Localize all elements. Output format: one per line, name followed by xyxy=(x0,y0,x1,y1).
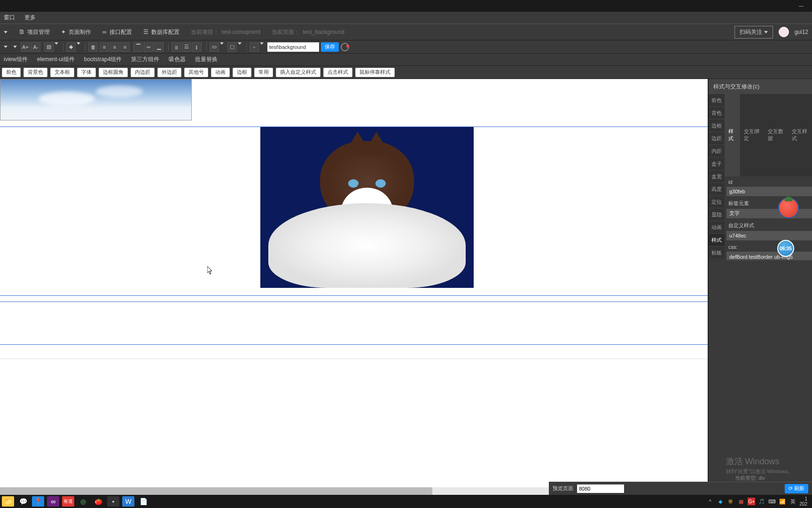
minimize-button[interactable]: ─ xyxy=(794,1,808,11)
tab-batchreplace[interactable]: 批量替换 xyxy=(195,56,218,64)
hoverstyle-button[interactable]: 鼠标停靠样式 xyxy=(355,68,395,77)
tag-input[interactable] xyxy=(726,209,812,218)
tray-ime-icon[interactable]: 英 xyxy=(789,498,796,505)
other-button[interactable]: 其他号 xyxy=(184,68,208,77)
textbox-button[interactable]: 文本框 xyxy=(50,68,74,77)
css-textarea[interactable] xyxy=(726,252,812,261)
side-tab-border[interactable]: 边框 xyxy=(709,119,725,132)
more-dropdown-icon[interactable] xyxy=(260,42,264,45)
port-input[interactable] xyxy=(577,484,624,493)
vscode-icon[interactable]: ∞ xyxy=(47,496,59,507)
toolbar-dropdown-2[interactable] xyxy=(13,46,17,48)
side-tab-fgcolor[interactable]: 前色 xyxy=(709,94,725,107)
fgcolor-button[interactable]: 前色 xyxy=(2,68,21,77)
side-tab-boxwidth[interactable]: 盒宽 xyxy=(709,170,725,183)
border-button[interactable]: 边框 xyxy=(233,68,251,77)
tray-music-icon[interactable]: 🎵 xyxy=(758,498,765,505)
top-tab-bind[interactable]: 交互绑定 xyxy=(740,94,764,176)
tab-thirdparty[interactable]: 第三方组件 xyxy=(131,56,159,64)
anim-button[interactable]: 动画 xyxy=(211,68,230,77)
text-decrease-button[interactable]: A- xyxy=(31,42,40,52)
customstyle-button[interactable]: 插入自定义样式 xyxy=(276,68,320,77)
side-tab-box[interactable]: 盒子 xyxy=(709,158,725,170)
notepad-icon[interactable]: 📄 xyxy=(137,496,149,507)
tray-wifi-icon[interactable]: 📶 xyxy=(779,498,786,505)
toolbar-dropdown-1[interactable] xyxy=(4,46,8,48)
valign-bottom-button[interactable]: ▁ xyxy=(154,42,164,52)
side-tab-visibility[interactable]: 显隐 xyxy=(709,208,725,221)
radius-button[interactable]: 边框圆角 xyxy=(99,68,128,77)
side-tab-position[interactable]: 定位 xyxy=(709,196,725,208)
distribute-3-button[interactable]: ⫿ xyxy=(192,42,202,52)
file-explorer-icon[interactable]: 📁 xyxy=(2,496,14,507)
tray-up-icon[interactable]: ^ xyxy=(706,498,714,505)
page-make-button[interactable]: ✦ 页面制作 xyxy=(61,28,91,36)
tomato-badge-icon[interactable] xyxy=(778,198,799,218)
path-input[interactable] xyxy=(267,42,319,52)
customstyle-input[interactable] xyxy=(726,231,812,240)
design-canvas[interactable] xyxy=(0,79,708,495)
layer-button[interactable]: ◆ xyxy=(66,42,76,52)
more-button[interactable]: ▫ xyxy=(250,42,259,52)
db-config-button[interactable]: ☰ 数据库配置 xyxy=(143,28,180,36)
device-dropdown-icon[interactable] xyxy=(238,42,242,45)
side-tab-animation[interactable]: 动画 xyxy=(709,221,725,234)
terminal-icon[interactable]: ▪ xyxy=(107,496,119,507)
distribute-h-button[interactable]: ⫼ xyxy=(172,42,181,52)
tray-keyboard-icon[interactable]: ⌨ xyxy=(768,498,776,505)
menu-more[interactable]: 更多 xyxy=(24,14,36,22)
api-config-button[interactable]: ∞ 接口配置 xyxy=(102,28,132,36)
tray-clock[interactable]: 1 202 xyxy=(799,496,807,507)
side-tab-clipboard[interactable]: 粘板 xyxy=(709,246,725,259)
text-increase-button[interactable]: A+ xyxy=(21,42,30,52)
record-icon[interactable] xyxy=(341,43,349,51)
bgcolor-button[interactable]: 背景色 xyxy=(23,68,47,77)
project-mgmt-button[interactable]: 🖺 项目管理 xyxy=(19,28,50,36)
tab-bootstrap[interactable]: bootstrap4组件 xyxy=(84,56,122,64)
tray-cpu-icon[interactable]: ▦ xyxy=(737,498,745,505)
wechat-icon[interactable]: 💬 xyxy=(17,496,29,507)
align-center-button[interactable]: ≡ xyxy=(110,42,119,52)
menu-window[interactable]: 窗口 xyxy=(4,14,15,22)
selected-empty-row[interactable] xyxy=(0,302,708,345)
side-tab-style[interactable]: 样式 xyxy=(709,234,725,246)
side-tab-padding[interactable]: 内距 xyxy=(709,145,725,158)
margin-button[interactable]: 外边距 xyxy=(157,68,181,77)
device-button[interactable]: ▢ xyxy=(227,42,237,52)
layout-dropdown-icon[interactable] xyxy=(220,42,224,45)
browser-icon[interactable]: ◎ xyxy=(77,496,89,507)
scan-qr-button[interactable]: 扫码关注 xyxy=(734,26,773,39)
dropdown-icon[interactable] xyxy=(4,31,8,33)
padding-button[interactable]: 内边距 xyxy=(131,68,155,77)
word-icon[interactable]: W xyxy=(122,496,134,507)
common-button[interactable]: 常用 xyxy=(254,68,273,77)
tab-element[interactable]: element-ui组件 xyxy=(37,56,75,64)
scrollbar-thumb[interactable] xyxy=(0,487,432,495)
tray-cube-icon[interactable]: ◆ xyxy=(717,498,724,505)
cat-image-element[interactable] xyxy=(260,127,474,288)
youdao-icon[interactable]: 有道 xyxy=(62,496,74,507)
top-tab-istyle[interactable]: 交互样式 xyxy=(788,94,812,176)
save-button[interactable]: 保存 xyxy=(321,42,339,52)
layer-dropdown-icon[interactable] xyxy=(77,42,80,45)
image-dropdown-icon[interactable] xyxy=(55,42,58,45)
maps-icon[interactable]: 📍 xyxy=(32,496,44,507)
id-input[interactable] xyxy=(726,187,812,196)
refresh-button[interactable]: ⟳ 刷新 xyxy=(785,484,808,493)
side-tab-margin[interactable]: 边距 xyxy=(709,132,725,145)
timer-badge[interactable]: 06:35 xyxy=(777,240,794,257)
tab-colorpicker[interactable]: 吸色器 xyxy=(169,56,186,64)
canvas-empty-row[interactable] xyxy=(0,349,708,359)
user-avatar[interactable] xyxy=(779,27,789,37)
valign-top-button[interactable]: ▔ xyxy=(133,42,143,52)
delete-button[interactable]: 🗑 xyxy=(88,42,98,52)
tray-shield-icon[interactable]: ⛨ xyxy=(727,498,734,505)
side-tab-bgcolor[interactable]: 背色 xyxy=(709,107,725,119)
side-tab-height[interactable]: 高度 xyxy=(709,183,725,196)
align-left-button[interactable]: ≡ xyxy=(100,42,109,52)
tray-plus-icon[interactable]: G+ xyxy=(748,498,755,505)
top-tab-style[interactable]: 样式 xyxy=(725,94,740,176)
distribute-v-button[interactable]: ☰ xyxy=(182,42,191,52)
tab-iview[interactable]: iview组件 xyxy=(4,56,28,64)
image-button[interactable]: ▧ xyxy=(44,42,54,52)
